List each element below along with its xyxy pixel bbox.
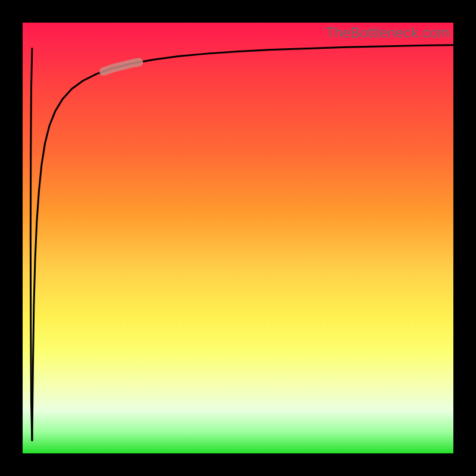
chart-frame: TheBottleneck.com — [0, 0, 476, 476]
curve-left-edge — [30, 48, 32, 440]
curve-line — [32, 45, 453, 441]
curve-highlight-segment — [104, 62, 139, 71]
chart-svg — [23, 23, 453, 453]
chart-plot-area: TheBottleneck.com — [23, 23, 453, 453]
